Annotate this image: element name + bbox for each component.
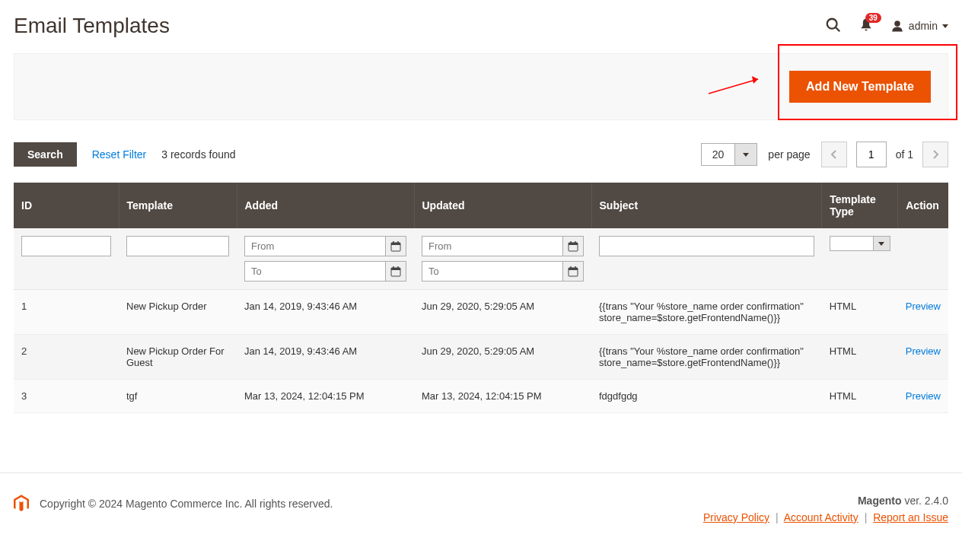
- svg-rect-14: [569, 243, 578, 245]
- next-page-button[interactable]: [922, 142, 948, 167]
- product-name: Magento: [858, 495, 902, 507]
- col-header-template[interactable]: Template: [119, 183, 237, 228]
- per-page-value: 20: [702, 144, 735, 165]
- cell-added: Jan 14, 2019, 9:43:46 AM: [237, 335, 414, 380]
- cell-updated: Jun 29, 2020, 5:29:05 AM: [414, 290, 591, 335]
- user-label: admin: [909, 20, 938, 32]
- col-header-id[interactable]: ID: [14, 183, 119, 228]
- cell-subject: {{trans "Your %store_name order confirma…: [591, 335, 822, 380]
- svg-rect-18: [569, 268, 578, 270]
- cell-added: Mar 13, 2024, 12:04:15 PM: [237, 380, 414, 413]
- col-header-subject[interactable]: Subject: [591, 183, 822, 228]
- copyright-text: Copyright © 2024 Magento Commerce Inc. A…: [40, 498, 333, 510]
- col-header-updated[interactable]: Updated: [414, 183, 591, 228]
- col-header-added[interactable]: Added: [237, 183, 414, 228]
- svg-line-1: [836, 27, 840, 31]
- calendar-icon[interactable]: [562, 236, 584, 256]
- svg-rect-6: [391, 243, 400, 245]
- notification-badge: 39: [865, 13, 881, 23]
- cell-template: New Pickup Order: [119, 290, 237, 335]
- cell-template: New Pickup Order For Guest: [119, 335, 237, 380]
- cell-subject: {{trans "Your %store_name order confirma…: [591, 290, 822, 335]
- version-text: ver. 2.4.0: [902, 495, 948, 507]
- page-number-input[interactable]: [856, 142, 887, 167]
- cell-subject: fdgdfgdg: [591, 380, 822, 413]
- user-menu[interactable]: admin: [890, 19, 948, 33]
- svg-point-0: [827, 18, 837, 28]
- filter-subject-input[interactable]: [599, 236, 814, 256]
- chevron-down-icon: [942, 24, 948, 28]
- col-header-action: Action: [898, 183, 948, 228]
- prev-page-button[interactable]: [821, 142, 847, 167]
- calendar-icon[interactable]: [385, 236, 406, 256]
- footer: Copyright © 2024 Magento Commerce Inc. A…: [0, 473, 962, 531]
- cell-updated: Jun 29, 2020, 5:29:05 AM: [414, 335, 591, 380]
- notifications-icon[interactable]: 39: [858, 18, 874, 35]
- privacy-policy-link[interactable]: Privacy Policy: [703, 511, 769, 523]
- filter-updated-from-input[interactable]: [422, 236, 562, 256]
- cell-id: 3: [14, 380, 119, 413]
- templates-table: ID Template Added Updated Subject Templa…: [14, 183, 948, 413]
- cell-updated: Mar 13, 2024, 12:04:15 PM: [414, 380, 591, 413]
- table-row[interactable]: 2 New Pickup Order For Guest Jan 14, 201…: [14, 335, 948, 380]
- add-new-template-button[interactable]: Add New Template: [789, 71, 931, 103]
- cell-added: Jan 14, 2019, 9:43:46 AM: [237, 290, 414, 335]
- account-activity-link[interactable]: Account Activity: [784, 511, 858, 523]
- filter-type-select[interactable]: [830, 236, 890, 251]
- action-bar: Add New Template: [14, 53, 948, 120]
- records-found: 3 records found: [161, 148, 235, 161]
- reset-filter-link[interactable]: Reset Filter: [92, 148, 147, 161]
- table-row[interactable]: 1 New Pickup Order Jan 14, 2019, 9:43:46…: [14, 290, 948, 335]
- page-of-label: of 1: [896, 148, 913, 161]
- per-page-label: per page: [768, 148, 810, 161]
- filter-added-from-input[interactable]: [244, 236, 385, 256]
- cell-id: 2: [14, 335, 119, 380]
- preview-link[interactable]: Preview: [906, 345, 941, 357]
- preview-link[interactable]: Preview: [906, 301, 941, 312]
- cell-template: tgf: [119, 380, 237, 413]
- filter-added-to-input[interactable]: [244, 261, 385, 282]
- filter-row: [14, 228, 948, 290]
- chevron-down-icon: [873, 237, 890, 250]
- chevron-down-icon[interactable]: [734, 144, 757, 165]
- cell-type: HTML: [822, 380, 898, 413]
- calendar-icon[interactable]: [385, 261, 406, 282]
- search-icon[interactable]: [825, 17, 842, 36]
- svg-point-2: [894, 21, 900, 27]
- preview-link[interactable]: Preview: [906, 390, 941, 402]
- search-button[interactable]: Search: [14, 142, 77, 167]
- col-header-type[interactable]: Template Type: [822, 183, 898, 228]
- table-row[interactable]: 3 tgf Mar 13, 2024, 12:04:15 PM Mar 13, …: [14, 380, 948, 413]
- cell-type: HTML: [822, 335, 898, 380]
- magento-logo-icon: [14, 495, 29, 513]
- page-title: Email Templates: [14, 14, 170, 38]
- calendar-icon[interactable]: [562, 261, 584, 282]
- filter-template-input[interactable]: [126, 236, 229, 256]
- filter-updated-to-input[interactable]: [422, 261, 562, 282]
- report-issue-link[interactable]: Report an Issue: [873, 511, 948, 523]
- filter-id-input[interactable]: [21, 236, 111, 256]
- cell-id: 1: [14, 290, 119, 335]
- cell-type: HTML: [822, 290, 898, 335]
- svg-rect-10: [391, 268, 400, 270]
- per-page-select[interactable]: 20: [701, 143, 758, 166]
